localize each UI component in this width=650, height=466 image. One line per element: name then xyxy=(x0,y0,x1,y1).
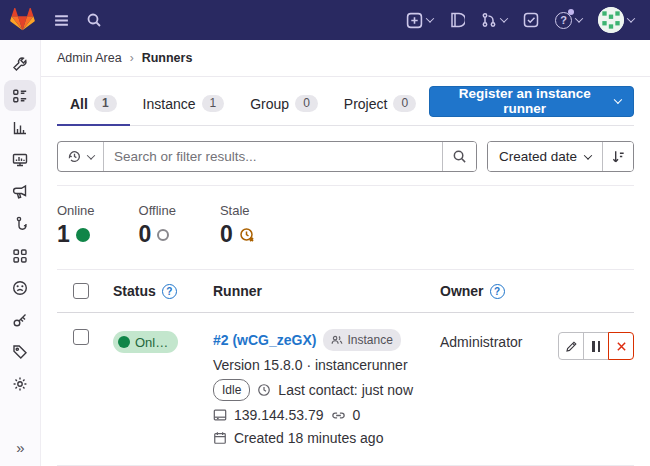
chevron-down-icon xyxy=(614,95,622,103)
tag-icon xyxy=(12,344,28,360)
collapse-sidebar-button[interactable]: » xyxy=(0,439,41,456)
sort-descending-icon xyxy=(611,149,626,164)
select-all-checkbox[interactable] xyxy=(73,283,89,299)
runner-status-badge: Online xyxy=(113,331,178,353)
user-menu-dropdown[interactable] xyxy=(592,2,640,38)
chevron-down-icon xyxy=(627,14,635,22)
register-instance-runner-button[interactable]: Register an instance runner xyxy=(429,86,634,117)
runner-link[interactable]: #2 (wCG_zeGX) xyxy=(213,331,316,349)
clock-icon xyxy=(257,383,271,397)
sidebar-item-deploy-keys[interactable] xyxy=(4,304,36,335)
sidebar-item-labels[interactable] xyxy=(4,336,36,367)
breadcrumb-admin-area[interactable]: Admin Area xyxy=(57,51,122,65)
bar-chart-icon xyxy=(12,120,28,136)
help-dropdown[interactable]: ? xyxy=(549,7,588,34)
key-icon xyxy=(12,312,28,328)
chevron-down-icon xyxy=(87,151,95,159)
gitlab-logo-icon[interactable] xyxy=(10,8,35,32)
pause-icon xyxy=(592,341,600,352)
online-count: 1 xyxy=(57,221,70,248)
sidebar-item-system-hooks[interactable] xyxy=(4,208,36,239)
sidebar-item-messages[interactable] xyxy=(4,176,36,207)
issues-icon[interactable] xyxy=(443,7,471,33)
owner-help-icon[interactable]: ? xyxy=(490,284,505,299)
link-icon xyxy=(331,408,346,423)
runner-version: Version 15.8.0 · instancerunner xyxy=(213,356,408,374)
sort-by-dropdown[interactable]: Created date xyxy=(488,142,602,171)
online-dot-icon xyxy=(118,336,130,348)
sidebar-item-overview[interactable] xyxy=(4,80,36,111)
runner-column-header: Runner xyxy=(213,283,440,299)
wrench-icon xyxy=(12,56,28,72)
chevron-down-icon xyxy=(426,14,434,22)
pause-runner-button[interactable] xyxy=(583,332,609,360)
overview-list-icon xyxy=(12,88,28,104)
sidebar-item-abuse-reports[interactable] xyxy=(4,272,36,303)
users-icon xyxy=(331,334,343,346)
breadcrumb-separator: › xyxy=(130,51,134,65)
runner-row: Online #2 (wCG_zeGX) Instance Version 15… xyxy=(57,313,634,466)
runner-idle-badge: Idle xyxy=(213,379,250,401)
stat-online: Online 1 xyxy=(57,203,95,248)
runner-created: Created 18 minutes ago xyxy=(234,429,383,447)
tab-project[interactable]: Project 0 xyxy=(331,83,429,126)
runner-tabs-row: All 1 Instance 1 Group 0 Project 0 Regis… xyxy=(57,83,634,126)
tab-all[interactable]: All 1 xyxy=(57,83,130,126)
tab-group-count: 0 xyxy=(295,95,318,112)
sidebar-item-settings[interactable] xyxy=(4,368,36,399)
offline-count: 0 xyxy=(139,221,152,248)
chevron-down-icon xyxy=(575,14,583,22)
search-icon[interactable] xyxy=(80,7,108,33)
tab-all-count: 1 xyxy=(94,95,117,112)
hamburger-menu-icon[interactable] xyxy=(47,7,76,34)
admin-sidebar: » xyxy=(0,40,41,466)
stat-stale: Stale 0 xyxy=(220,203,255,248)
search-submit-button[interactable] xyxy=(442,142,476,171)
todos-icon[interactable] xyxy=(517,7,545,33)
notification-dot xyxy=(568,9,574,15)
search-filter-box xyxy=(57,141,477,172)
stale-count: 0 xyxy=(220,221,233,248)
runner-last-contact: Last contact: just now xyxy=(278,381,413,399)
avatar xyxy=(598,7,624,33)
sort-direction-button[interactable] xyxy=(602,142,633,171)
gear-icon xyxy=(12,376,28,392)
runner-row-checkbox[interactable] xyxy=(73,329,89,345)
new-menu-dropdown[interactable] xyxy=(400,7,439,34)
tab-project-count: 0 xyxy=(393,95,416,112)
close-icon xyxy=(615,340,628,353)
tab-instance[interactable]: Instance 1 xyxy=(130,83,238,126)
search-input[interactable] xyxy=(103,142,442,171)
filter-row: Created date xyxy=(57,141,634,172)
delete-runner-button[interactable] xyxy=(608,332,634,360)
pencil-icon xyxy=(565,340,578,353)
status-help-icon[interactable]: ? xyxy=(162,284,177,299)
sidebar-item-admin-area[interactable] xyxy=(4,48,36,79)
edit-runner-button[interactable] xyxy=(558,332,584,360)
status-column-header: Status ? xyxy=(113,283,213,299)
online-status-icon xyxy=(76,228,90,242)
runner-owner[interactable]: Administrator xyxy=(440,329,558,350)
runner-summary-cell: #2 (wCG_zeGX) Instance Version 15.8.0 · … xyxy=(213,329,440,447)
top-bar: ? xyxy=(0,0,650,40)
tab-group[interactable]: Group 0 xyxy=(237,83,331,126)
runners-table-header: Status ? Runner Owner ? xyxy=(57,270,634,313)
owner-column-header: Owner ? xyxy=(440,283,558,299)
runner-link-count: 0 xyxy=(353,406,361,424)
merge-requests-dropdown[interactable] xyxy=(475,7,513,33)
hook-icon xyxy=(12,216,28,232)
breadcrumb: Admin Area › Runners xyxy=(41,40,650,77)
stat-offline: Offline 0 xyxy=(139,203,176,248)
computer-icon xyxy=(213,408,227,422)
chevron-down-icon xyxy=(584,151,592,159)
tab-instance-count: 1 xyxy=(202,95,225,112)
sidebar-item-analytics[interactable] xyxy=(4,112,36,143)
recent-searches-dropdown[interactable] xyxy=(58,142,103,171)
runner-ip: 139.144.53.79 xyxy=(234,406,324,424)
runner-type-badge: Instance xyxy=(323,329,400,351)
runner-actions xyxy=(558,332,634,360)
calendar-icon xyxy=(213,431,227,445)
monitor-icon xyxy=(12,152,28,168)
sidebar-item-monitoring[interactable] xyxy=(4,144,36,175)
sidebar-item-applications[interactable] xyxy=(4,240,36,271)
